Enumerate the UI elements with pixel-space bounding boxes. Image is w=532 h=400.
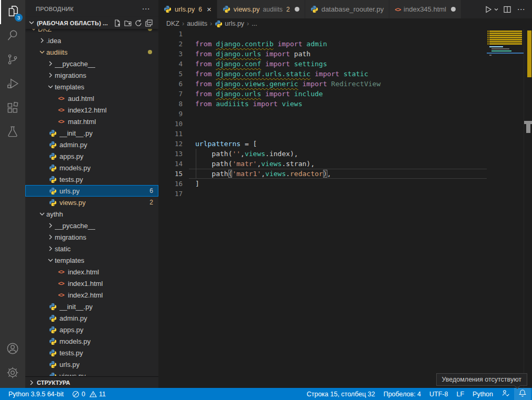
tree-item-index1.html[interactable]: <>index1.html <box>25 278 158 289</box>
tree-item-.idea[interactable]: .idea <box>25 35 158 46</box>
code-line-16[interactable]: 16] <box>158 179 487 189</box>
tree-item-views.py[interactable]: views.py <box>25 370 158 376</box>
cursor-position-status[interactable]: Строка 15, столбец 32 <box>303 388 379 400</box>
code-line-2[interactable]: 2from django.contrib import admin <box>158 39 487 49</box>
more-actions-icon[interactable]: ⋯ <box>514 0 528 18</box>
tree-item-tests.py[interactable]: tests.py <box>25 347 158 358</box>
source-control-activity-button[interactable] <box>0 48 25 73</box>
feedback-button[interactable] <box>497 388 514 400</box>
tree-item-urls.py[interactable]: urls.py6 <box>25 185 158 197</box>
tree-item-models.py[interactable]: models.py <box>25 335 158 347</box>
code-line-9[interactable]: 9 <box>158 109 487 119</box>
overview-ruler[interactable] <box>524 29 532 388</box>
problems-status[interactable]: 0 11 <box>68 388 110 400</box>
code-line-10[interactable]: 10 <box>158 119 487 129</box>
minimap[interactable] <box>487 29 524 358</box>
tree-item-templates[interactable]: templates <box>25 81 158 93</box>
tree-item-index2.html[interactable]: <>index2.html <box>25 289 158 301</box>
tree-item-migrations[interactable]: migrations <box>25 69 158 81</box>
workspace-section-header[interactable]: (РАБОЧАЯ ОБЛАСТЬ) ... <box>25 17 158 29</box>
extensions-activity-button[interactable] <box>0 97 25 121</box>
tab-database_roouter.py[interactable]: database_roouter.py <box>305 0 389 18</box>
code-line-1[interactable]: 1 <box>158 29 487 39</box>
tree-item-index12.html[interactable]: <>index12.html <box>25 104 158 116</box>
files-activity-button[interactable]: 3 <box>0 0 25 24</box>
close-icon[interactable]: × <box>207 5 212 13</box>
code-line-11[interactable]: 11 <box>158 129 487 139</box>
tree-item-tests.py[interactable]: tests.py <box>25 173 158 185</box>
code-line-15[interactable]: 15 path('matr1',views.redactor), <box>158 169 487 179</box>
code-line-5[interactable]: 5from django.conf.urls.static import sta… <box>158 69 487 79</box>
tree-item-index.html[interactable]: <>index.html <box>25 266 158 278</box>
tree-item-admin.py[interactable]: admin.py <box>25 139 158 150</box>
tree-item-label: .idea <box>46 37 61 45</box>
line-number: 4 <box>158 59 183 69</box>
tree-item-audiiits[interactable]: audiiits <box>25 46 158 58</box>
line-number: 12 <box>158 139 183 149</box>
html-file-icon: <> <box>57 117 65 126</box>
tree-item-aythh[interactable]: aythh <box>25 208 158 220</box>
code-line-17[interactable]: 17 <box>158 189 487 199</box>
run-debug-activity-button[interactable] <box>0 73 25 97</box>
code-line-6[interactable]: 6from django.views.generic import Redire… <box>158 79 487 89</box>
language-mode-status[interactable]: Python <box>468 388 497 400</box>
indentation-status[interactable]: Пробелов: 4 <box>379 388 425 400</box>
run-dropdown-icon[interactable] <box>492 0 500 18</box>
scrollbar-thumb[interactable] <box>526 121 530 133</box>
breadcrumb-DKZ[interactable]: DKZ <box>166 20 179 27</box>
tree-item-apps.py[interactable]: apps.py <box>25 324 158 335</box>
tree-item-templates[interactable]: templates <box>25 254 158 266</box>
minimap-line <box>487 30 489 32</box>
refresh-icon[interactable] <box>133 18 144 28</box>
tree-item-urls.py[interactable]: urls.py <box>25 358 158 370</box>
explorer-more-actions-icon[interactable]: ⋯ <box>140 4 152 14</box>
chevron-right-icon <box>46 71 55 79</box>
new-folder-icon[interactable] <box>123 18 133 28</box>
tree-item-models.py[interactable]: models.py <box>25 162 158 173</box>
code-line-14[interactable]: 14 path('matr',views.stran), <box>158 159 487 169</box>
code-line-4[interactable]: 4from django.conf import settings <box>158 59 487 69</box>
tree-item-__pycache__[interactable]: __pycache__ <box>25 58 158 69</box>
eol-status[interactable]: LF <box>452 388 468 400</box>
structure-section-header[interactable]: СТРУКТУРА <box>25 376 158 388</box>
code-editor[interactable]: 12from django.contrib import admin3from … <box>158 29 487 199</box>
tree-item-__pycache__[interactable]: __pycache__ <box>25 220 158 231</box>
settings-gear-button[interactable] <box>0 362 25 386</box>
code-line-3[interactable]: 3from django.urls import path <box>158 49 487 59</box>
code-line-7[interactable]: 7from django.urls import include <box>158 89 487 99</box>
tree-item-__init__.py[interactable]: __init__.py <box>25 301 158 312</box>
tree-item-views.py[interactable]: views.py2 <box>25 197 158 208</box>
code-line-13[interactable]: 13 path('',views.index), <box>158 149 487 159</box>
python-interpreter-status[interactable]: Python 3.9.5 64-bit <box>4 388 68 400</box>
tab-views.py[interactable]: views.pyaudiiits2 <box>217 0 305 18</box>
notifications-bell-button[interactable] <box>514 388 531 400</box>
unsaved-dot-icon[interactable] <box>451 7 456 12</box>
tree-item-__init__.py[interactable]: __init__.py <box>25 127 158 139</box>
breadcrumb-...[interactable]: ... <box>252 20 257 27</box>
encoding-status[interactable]: UTF-8 <box>425 388 452 400</box>
collapse-all-icon[interactable] <box>144 18 154 28</box>
tree-item-aud.html[interactable]: <>aud.html <box>25 93 158 104</box>
testing-activity-button[interactable] <box>0 121 25 145</box>
breadcrumb-urls.py[interactable]: urls.py <box>215 20 244 28</box>
python-file-icon <box>48 152 57 160</box>
tree-item-DKZ[interactable]: DKZ <box>25 29 158 35</box>
code-line-8[interactable]: 8from audiiits import views <box>158 99 487 109</box>
tree-item-label: __pycache__ <box>55 222 95 230</box>
new-file-icon[interactable] <box>112 18 123 28</box>
tree-item-admin.py[interactable]: admin.py <box>25 312 158 324</box>
tree-item-apps.py[interactable]: apps.py <box>25 150 158 162</box>
minimap-line <box>487 35 489 36</box>
tree-item-migrations[interactable]: migrations <box>25 231 158 243</box>
code-line-12[interactable]: 12urlpatterns = [ <box>158 139 487 149</box>
tree-item-static[interactable]: static <box>25 243 158 254</box>
search-activity-button[interactable] <box>0 24 25 48</box>
tree-item-matr.html[interactable]: <>matr.html <box>25 116 158 127</box>
account-button[interactable] <box>0 337 25 362</box>
tab-index345.html[interactable]: <>index345.html <box>389 0 461 18</box>
unsaved-dot-icon[interactable] <box>295 7 299 12</box>
tab-urls.py[interactable]: urls.py6× <box>158 0 217 18</box>
breadcrumb-audiiits[interactable]: audiiits <box>187 20 207 27</box>
minimap-line <box>487 37 489 38</box>
split-editor-icon[interactable] <box>500 0 514 18</box>
